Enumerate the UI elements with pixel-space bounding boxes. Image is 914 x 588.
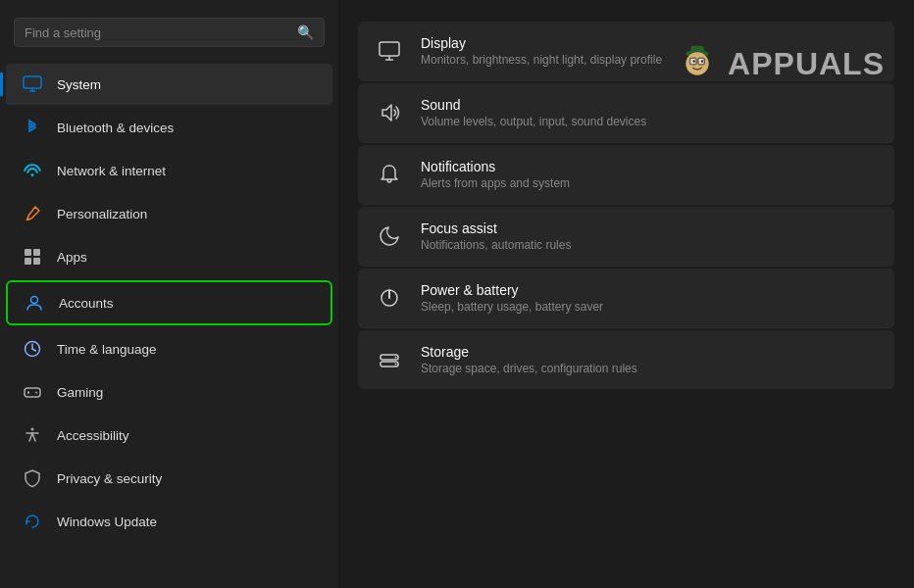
- main-content: APPUALS Display Monitors, brightness, ni…: [338, 0, 914, 588]
- settings-item-power[interactable]: Power & battery Sleep, battery usage, ba…: [358, 269, 894, 328]
- brush-icon: [22, 203, 43, 224]
- svg-point-24: [693, 60, 696, 63]
- watermark: APPUALS: [673, 39, 885, 88]
- settings-desc-focus: Notifications, automatic rules: [421, 238, 571, 252]
- sidebar-item-privacy[interactable]: Privacy & security: [6, 458, 332, 499]
- update-icon: [22, 511, 43, 532]
- bluetooth-icon: [22, 117, 43, 138]
- sidebar-item-accounts[interactable]: Accounts: [6, 280, 332, 325]
- accessibility-icon: [22, 424, 43, 446]
- settings-text-sound: Sound Volume levels, output, input, soun…: [421, 97, 646, 128]
- sidebar-item-update[interactable]: Windows Update: [6, 501, 332, 542]
- monitor-icon: [22, 74, 43, 95]
- sidebar-item-time[interactable]: Time & language: [6, 328, 332, 369]
- sidebar-item-apps[interactable]: Apps: [6, 236, 332, 277]
- settings-title-storage: Storage: [421, 344, 637, 360]
- svg-rect-29: [380, 42, 399, 56]
- settings-item-notifications[interactable]: Notifications Alerts from apps and syste…: [358, 145, 894, 205]
- svg-point-8: [31, 297, 38, 304]
- display-icon: [376, 37, 403, 65]
- settings-text-storage: Storage Storage space, drives, configura…: [421, 344, 637, 375]
- settings-item-sound[interactable]: Sound Volume levels, output, input, soun…: [358, 83, 894, 143]
- sidebar-item-system-label: System: [57, 77, 101, 92]
- network-icon: [22, 160, 43, 181]
- svg-point-16: [35, 392, 37, 394]
- sidebar-item-bluetooth-label: Bluetooth & devices: [57, 121, 174, 135]
- search-input[interactable]: [25, 25, 289, 40]
- sound-icon: [376, 99, 403, 126]
- search-bar[interactable]: 🔍: [14, 18, 325, 47]
- svg-marker-32: [382, 105, 391, 121]
- sidebar-item-gaming-label: Gaming: [57, 385, 103, 400]
- watermark-character-icon: [673, 39, 722, 88]
- sidebar-item-personalization[interactable]: Personalization: [6, 193, 332, 234]
- svg-point-21: [686, 52, 708, 74]
- gaming-icon: [22, 381, 43, 403]
- svg-point-3: [31, 173, 34, 176]
- svg-rect-5: [33, 249, 40, 256]
- storage-icon: [376, 346, 403, 373]
- svg-rect-12: [25, 388, 40, 397]
- sidebar-item-accessibility[interactable]: Accessibility: [6, 415, 332, 456]
- sidebar-item-personalization-label: Personalization: [57, 207, 147, 221]
- svg-rect-4: [25, 249, 31, 256]
- sidebar-item-privacy-label: Privacy & security: [57, 471, 162, 486]
- settings-title-display: Display: [421, 35, 662, 51]
- settings-desc-notifications: Alerts from apps and system: [421, 176, 570, 190]
- settings-text-focus: Focus assist Notifications, automatic ru…: [421, 220, 571, 252]
- sidebar-item-bluetooth[interactable]: Bluetooth & devices: [6, 107, 332, 148]
- sidebar-item-accounts-label: Accounts: [59, 296, 114, 311]
- accounts-icon: [24, 292, 45, 314]
- settings-title-focus: Focus assist: [421, 220, 571, 236]
- sidebar-item-system[interactable]: System: [6, 64, 332, 105]
- settings-item-storage[interactable]: Storage Storage space, drives, configura…: [358, 330, 894, 389]
- sidebar-item-accessibility-label: Accessibility: [57, 428, 129, 443]
- power-icon: [376, 284, 403, 312]
- watermark-text: APPUALS: [728, 46, 885, 82]
- settings-desc-power: Sleep, battery usage, battery saver: [421, 300, 603, 314]
- settings-desc-display: Monitors, brightness, night light, displ…: [421, 53, 662, 67]
- svg-rect-7: [33, 258, 40, 265]
- svg-rect-0: [24, 76, 41, 88]
- clock-icon: [22, 338, 43, 360]
- settings-title-sound: Sound: [421, 97, 646, 113]
- settings-title-notifications: Notifications: [421, 159, 570, 174]
- moon-icon: [376, 222, 403, 250]
- settings-desc-storage: Storage space, drives, configuration rul…: [421, 362, 637, 375]
- svg-rect-6: [25, 258, 31, 265]
- apps-icon: [22, 246, 43, 268]
- sidebar-item-network-label: Network & internet: [57, 164, 166, 178]
- svg-point-36: [395, 357, 397, 359]
- settings-desc-sound: Volume levels, output, input, sound devi…: [421, 115, 646, 128]
- sidebar: 🔍 System Bluetooth & devices: [0, 0, 338, 588]
- settings-text-notifications: Notifications Alerts from apps and syste…: [421, 159, 570, 190]
- search-icon: 🔍: [297, 24, 314, 40]
- settings-text-display: Display Monitors, brightness, night ligh…: [421, 35, 662, 67]
- sidebar-item-time-label: Time & language: [57, 342, 157, 357]
- svg-point-17: [31, 428, 34, 431]
- svg-point-38: [395, 364, 397, 366]
- sidebar-item-network[interactable]: Network & internet: [6, 150, 332, 191]
- app-container: 🔍 System Bluetooth & devices: [0, 0, 914, 588]
- settings-title-power: Power & battery: [421, 282, 603, 298]
- settings-item-focus[interactable]: Focus assist Notifications, automatic ru…: [358, 207, 894, 267]
- sidebar-item-gaming[interactable]: Gaming: [6, 371, 332, 413]
- svg-point-25: [701, 60, 704, 63]
- sidebar-item-update-label: Windows Update: [57, 514, 157, 529]
- sidebar-item-apps-label: Apps: [57, 250, 87, 265]
- bell-icon: [376, 161, 403, 188]
- svg-line-11: [32, 349, 36, 351]
- shield-icon: [22, 467, 43, 489]
- settings-text-power: Power & battery Sleep, battery usage, ba…: [421, 282, 603, 314]
